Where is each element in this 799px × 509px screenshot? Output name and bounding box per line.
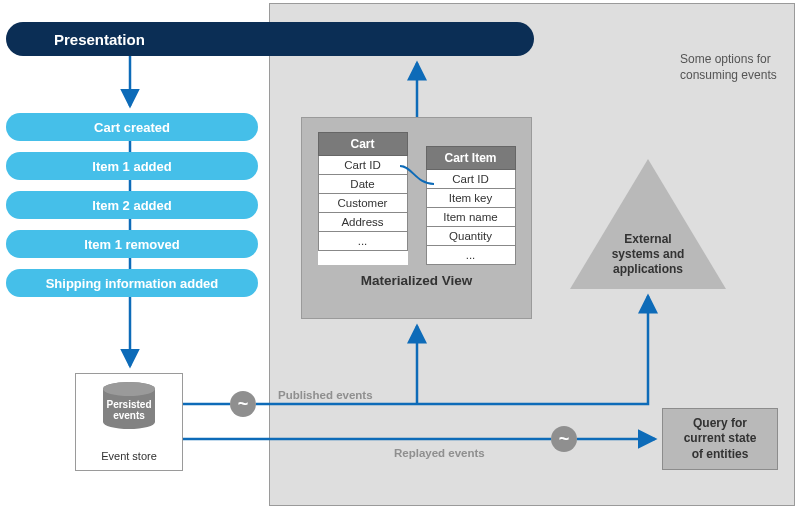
ext-l1: External [624, 232, 671, 246]
tilde-icon-replayed: ~ [551, 426, 577, 452]
table-cart: Cart Cart ID Date Customer Address ... [318, 132, 408, 265]
materialized-view-title: Materialized View [361, 273, 473, 288]
database-label: Persisted events [103, 399, 155, 421]
event-pill-0-label: Cart created [94, 120, 170, 135]
event-pill-0: Cart created [6, 113, 258, 141]
cartitem-row-0: Cart ID [426, 170, 516, 189]
db-label-l2: events [113, 410, 145, 421]
materialized-view-panel: Cart Cart ID Date Customer Address ... C… [301, 117, 532, 319]
query-box: Query for current state of entities [662, 408, 778, 470]
event-pill-1-label: Item 1 added [92, 159, 171, 174]
query-l2: current state [684, 431, 757, 445]
published-events-label: Published events [278, 389, 373, 401]
presentation-label: Presentation [54, 31, 145, 48]
consumers-note: Some options for consuming events [680, 52, 790, 83]
event-store-label: Event store [75, 450, 183, 462]
event-pill-3: Item 1 removed [6, 230, 258, 258]
cartitem-row-3: Quantity [426, 227, 516, 246]
presentation-pill: Presentation [6, 22, 534, 56]
cartitem-row-2: Item name [426, 208, 516, 227]
ext-l3: applications [613, 262, 683, 276]
note-line2: consuming events [680, 68, 790, 84]
query-l1: Query for [693, 416, 747, 430]
tilde-icon-published: ~ [230, 391, 256, 417]
query-l3: of entities [692, 447, 749, 461]
event-pill-2: Item 2 added [6, 191, 258, 219]
event-pill-4: Shipping information added [6, 269, 258, 297]
event-pill-2-label: Item 2 added [92, 198, 171, 213]
cart-row-1: Date [318, 175, 408, 194]
event-pill-1: Item 1 added [6, 152, 258, 180]
table-cart-item-header: Cart Item [426, 146, 516, 170]
event-pill-3-label: Item 1 removed [84, 237, 179, 252]
ext-l2: systems and [612, 247, 685, 261]
replayed-events-label: Replayed events [394, 447, 485, 459]
db-label-l1: Persisted [106, 399, 151, 410]
cart-row-4: ... [318, 232, 408, 251]
event-pill-4-label: Shipping information added [46, 276, 219, 291]
table-cart-item: Cart Item Cart ID Item key Item name Qua… [426, 146, 516, 265]
table-cart-header: Cart [318, 132, 408, 156]
cart-row-0: Cart ID [318, 156, 408, 175]
cart-row-2: Customer [318, 194, 408, 213]
note-line1: Some options for [680, 52, 790, 68]
external-systems-label: External systems and applications [598, 232, 698, 277]
cart-row-3: Address [318, 213, 408, 232]
cartitem-row-4: ... [426, 246, 516, 265]
cartitem-row-1: Item key [426, 189, 516, 208]
tables-row: Cart Cart ID Date Customer Address ... C… [318, 132, 516, 265]
